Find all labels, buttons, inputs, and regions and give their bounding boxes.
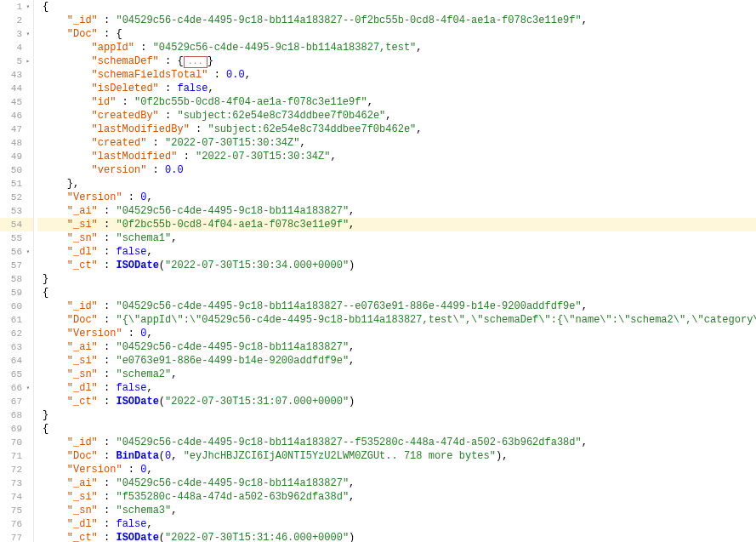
- gutter-line: 43: [0, 68, 33, 82]
- code-line: "created" : "2022-07-30T15:30:34Z",: [37, 136, 756, 150]
- code-line: "_ai" : "04529c56-c4de-4495-9c18-bb114a1…: [37, 204, 756, 218]
- code-line: "lastModifiedBy" : "subject:62e54e8c734d…: [37, 123, 756, 136]
- gutter-line: 50: [0, 163, 33, 177]
- code-line: "_dl" : false,: [37, 517, 756, 531]
- code-line: },: [37, 177, 756, 191]
- gutter-line: 51: [0, 177, 33, 191]
- gutter-line: 46: [0, 109, 33, 123]
- gutter-line: 72: [0, 463, 33, 476]
- code-line: "_id" : "04529c56-c4de-4495-9c18-bb114a1…: [37, 14, 756, 27]
- gutter-line: 49: [0, 150, 33, 163]
- gutter-line: 55: [0, 231, 33, 245]
- gutter-line: 61: [0, 313, 33, 327]
- gutter-line: 75: [0, 504, 33, 517]
- fold-toggle[interactable]: ▾: [25, 385, 31, 391]
- line-gutter: 1▾23▾45▸4344454647484950515253545556▾575…: [0, 0, 34, 542]
- gutter-line: 3▾: [0, 27, 33, 41]
- code-line: "_id" : "04529c56-c4de-4495-9c18-bb114a1…: [37, 436, 756, 449]
- gutter-line: 77: [0, 531, 33, 542]
- fold-toggle[interactable]: ▾: [25, 3, 31, 10]
- code-line: "_dl" : false,: [37, 381, 756, 395]
- code-line: "_ct" : ISODate("2022-07-30T15:31:07.000…: [37, 395, 756, 408]
- code-line: "appId" : "04529c56-c4de-4495-9c18-bb114…: [37, 41, 756, 54]
- gutter-line: 44: [0, 82, 33, 95]
- code-line: "_sn" : "schema1",: [37, 231, 756, 245]
- gutter-line: 4: [0, 41, 33, 54]
- gutter-line: 71: [0, 449, 33, 463]
- gutter-line: 56▾: [0, 245, 33, 259]
- code-line: "_id" : "04529c56-c4de-4495-9c18-bb114a1…: [37, 300, 756, 313]
- code-line: "_sn" : "schema3",: [37, 504, 756, 517]
- code-line: "Doc" : "{\"appId\":\"04529c56-c4de-4495…: [37, 313, 756, 327]
- gutter-line: 54: [0, 218, 33, 231]
- gutter-line: 62: [0, 327, 33, 340]
- code-line: "_ai" : "04529c56-c4de-4495-9c18-bb114a1…: [37, 340, 756, 354]
- code-line: "createdBy" : "subject:62e54e8c734ddbee7…: [37, 109, 756, 123]
- code-line: "lastModified" : "2022-07-30T15:30:34Z",: [37, 150, 756, 163]
- gutter-line: 68: [0, 408, 33, 422]
- gutter-line: 58: [0, 272, 33, 286]
- code-line: "_dl" : false,: [37, 245, 756, 259]
- code-line: {: [37, 0, 756, 14]
- code-line: "_ai" : "04529c56-c4de-4495-9c18-bb114a1…: [37, 476, 756, 490]
- code-line: "_ct" : ISODate("2022-07-30T15:30:34.000…: [37, 259, 756, 272]
- code-line: "Version" : 0,: [37, 463, 756, 476]
- code-line: "schemaFieldsTotal" : 0.0,: [37, 68, 756, 82]
- code-line: "id" : "0f2bc55b-0cd8-4f04-ae1a-f078c3e1…: [37, 95, 756, 109]
- code-area: { "_id" : "04529c56-c4de-4495-9c18-bb114…: [34, 0, 756, 542]
- gutter-line: 45: [0, 95, 33, 109]
- code-line: {: [37, 286, 756, 300]
- gutter-line: 52: [0, 191, 33, 204]
- gutter-line: 60: [0, 300, 33, 313]
- code-line: "Doc" : BinData(0, "eyJhcHBJZCI6IjA0NTI5…: [37, 449, 756, 463]
- gutter-line: 65: [0, 368, 33, 381]
- gutter-line: 73: [0, 476, 33, 490]
- fold-toggle[interactable]: ▾: [25, 31, 31, 37]
- code-line: "_si" : "e0763e91-886e-4499-b14e-9200add…: [37, 354, 756, 368]
- code-line: "version" : 0.0: [37, 163, 756, 177]
- collapsed-schemadef[interactable]: ...: [184, 56, 207, 68]
- gutter-line: 59: [0, 286, 33, 300]
- code-line: }: [37, 272, 756, 286]
- code-line: {: [37, 422, 756, 436]
- code-line: "_si" : "f535280c-448a-474d-a502-63b962d…: [37, 490, 756, 504]
- code-line: "Doc" : {: [37, 27, 756, 41]
- code-line: "_ct" : ISODate("2022-07-30T15:31:46.000…: [37, 531, 756, 542]
- code-line: "_si" : "0f2bc55b-0cd8-4f04-ae1a-f078c3e…: [37, 218, 756, 231]
- fold-toggle[interactable]: ▾: [25, 248, 31, 255]
- gutter-line: 69: [0, 422, 33, 436]
- gutter-line: 48: [0, 136, 33, 150]
- gutter-line: 76: [0, 517, 33, 531]
- fold-toggle[interactable]: ▸: [25, 58, 31, 65]
- code-line: "isDeleted" : false,: [37, 82, 756, 95]
- gutter-line: 66▾: [0, 381, 33, 395]
- gutter-line: 57: [0, 259, 33, 272]
- gutter-line: 64: [0, 354, 33, 368]
- gutter-line: 63: [0, 340, 33, 354]
- gutter-line: 74: [0, 490, 33, 504]
- code-line: "Version" : 0,: [37, 191, 756, 204]
- gutter-line: 5▸: [0, 54, 33, 68]
- gutter-line: 53: [0, 204, 33, 218]
- code-line: "Version" : 0,: [37, 327, 756, 340]
- code-line: "schemaDef" : {...}: [37, 54, 756, 68]
- gutter-line: 47: [0, 123, 33, 136]
- gutter-line: 1▾: [0, 0, 33, 14]
- gutter-line: 67: [0, 395, 33, 408]
- code-line: "_sn" : "schema2",: [37, 368, 756, 381]
- gutter-line: 2: [0, 14, 33, 27]
- gutter-line: 70: [0, 436, 33, 449]
- code-line: }: [37, 408, 756, 422]
